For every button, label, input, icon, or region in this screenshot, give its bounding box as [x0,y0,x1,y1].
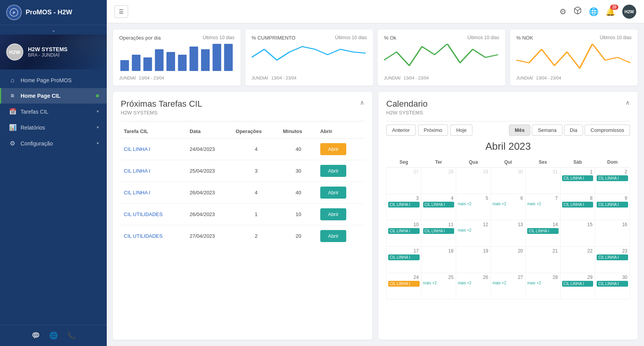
sidebar-item-home-cil[interactable]: ≡ Home Page CIL [0,88,107,104]
calendar-day[interactable]: 17CIL LINHA I [387,247,422,273]
hamburger-button[interactable]: ☰ [115,5,128,18]
cal-day-ter: Ter [421,157,456,168]
calendar-day[interactable]: 15 [560,220,595,247]
calendar-day[interactable]: 11CIL LINHA I [421,220,456,247]
calendar-day[interactable]: 28 [421,168,456,194]
calendar-day[interactable]: 8CIL LINHA I [560,194,595,220]
calendar-day[interactable]: 10CIL LINHA I [387,220,422,247]
more-events[interactable]: mais +2 [493,281,524,285]
cube-icon[interactable] [573,6,582,17]
day-number: 29 [458,169,489,175]
calendar-day[interactable]: 12mais +2 [456,220,491,247]
calendar-event[interactable]: CIL LINHA I [562,281,594,287]
more-events[interactable]: mais +2 [493,202,524,206]
calendar-day[interactable]: 18 [421,247,456,273]
more-events[interactable]: mais +2 [458,281,489,285]
sidebar-chevron[interactable]: ⌄ [0,25,107,35]
calendar-day[interactable]: 16 [595,220,630,247]
calendar-day[interactable]: 14CIL LINHA I [526,220,561,247]
calendar-day[interactable]: 20 [491,247,526,273]
calendar-event[interactable]: CIL LINHA I [597,281,628,287]
day-number: 3 [388,195,420,201]
day-number: 20 [493,248,524,254]
btn-dia[interactable]: Dia [564,125,583,136]
task-name-cell: CIL LINHA I [121,182,187,204]
open-button[interactable]: Abrir [320,165,346,177]
btn-compromissos[interactable]: Compromissos [585,125,630,136]
calendar-day[interactable]: 29CIL LINHA I [560,273,595,299]
sidebar-item-tarefas-cil[interactable]: 📅 Tarefas CIL ▾ [0,104,107,119]
collapse-icon[interactable]: ∧ [625,99,630,106]
calendar-event[interactable]: CIL LINHA I [388,202,420,208]
open-button[interactable]: Abrir [320,187,346,199]
calendar-day[interactable]: 26mais +2 [456,273,491,299]
btn-mes[interactable]: Mês [509,125,530,136]
calendar-event[interactable]: CIL LINHA I [597,202,628,208]
calendar-day[interactable]: 27 [387,168,422,194]
cal-day-dom: Dom [595,157,630,168]
calendar-week-row: 10CIL LINHA I11CIL LINHA I12mais +21314C… [387,220,630,247]
open-button[interactable]: Abrir [320,143,346,155]
calendar-day[interactable]: 30CIL LINHA I [595,273,630,299]
settings-icon[interactable]: ⚙ [559,7,566,16]
calendar-day[interactable]: 25mais +2 [421,273,456,299]
more-events[interactable]: mais +2 [458,228,489,232]
sidebar-item-relatorios[interactable]: 📊 Relatórios ▾ [0,119,107,135]
calendar-day[interactable]: 29 [456,168,491,194]
open-button[interactable]: Abrir [320,208,346,220]
more-events[interactable]: mais +2 [527,281,559,285]
calendar-day[interactable]: 6mais +2 [491,194,526,220]
sidebar-item-configuracao[interactable]: ⚙ Configuração ▾ [0,135,107,151]
calendar-event[interactable]: CIL LINHA I [527,228,559,234]
more-events[interactable]: mais +2 [458,202,489,206]
calendar-event[interactable]: CIL LINHA I [423,202,455,208]
calendar-event[interactable]: CIL LINHA I [423,228,455,234]
calendar-day[interactable]: 27mais +2 [491,273,526,299]
user-avatar-top[interactable]: H2W [622,5,636,19]
more-events[interactable]: mais +2 [527,202,559,206]
tasks-table: Tarefa CIL Data Operações Minutos Abrir … [121,125,365,247]
open-button[interactable]: Abrir [320,230,346,242]
calendar-day[interactable]: 19 [456,247,491,273]
more-events[interactable]: mais +2 [423,281,455,285]
notifications[interactable]: 🔔 20 [606,7,615,16]
calendar-event[interactable]: CIL LINHA I [597,175,628,181]
chat-icon[interactable]: 💬 [31,331,40,340]
day-number: 1 [562,169,594,175]
calendar-day[interactable]: 7mais +2 [526,194,561,220]
task-ops-cell: 3 [233,160,280,182]
calendar-event[interactable]: CIL LINHA I [597,254,628,260]
calendar-day[interactable]: 23CIL LINHA I [595,247,630,273]
metric-card-cumprimento: % CUMPRIMENTO Últimos 10 dias JUNDIAÍ 13… [245,29,373,86]
calendar-day[interactable]: 21 [526,247,561,273]
btn-proximo[interactable]: Próximo [418,125,448,136]
calendar-day[interactable]: 9CIL LINHA I [595,194,630,220]
collapse-icon[interactable]: ∧ [360,99,365,106]
phone-icon[interactable]: 📞 [67,331,76,340]
calendar-event[interactable]: CIL LINHA I [388,228,420,234]
sidebar-item-home-promos[interactable]: ⌂ Home Page ProMOS [0,73,107,88]
calendar-event[interactable]: CIL LINHA I [388,254,420,260]
globe-icon[interactable]: 🌐 [589,7,599,16]
calendar-day[interactable]: 3CIL LINHA I [387,194,422,220]
calendar-day[interactable]: 24CIL LINHA I [387,273,422,299]
col-tarefa: Tarefa CIL [121,125,187,138]
btn-anterior[interactable]: Anterior [386,125,416,136]
btn-semana[interactable]: Semana [532,125,562,136]
calendar-day[interactable]: 30 [491,168,526,194]
calendar-day[interactable]: 5mais +2 [456,194,491,220]
calendar-day[interactable]: 31 [526,168,561,194]
calendar-day[interactable]: 13 [491,220,526,247]
calendar-day[interactable]: 22 [560,247,595,273]
calendar-event[interactable]: CIL LINHA I [562,175,594,181]
calendar-event[interactable]: CIL LINHA I [562,202,594,208]
btn-hoje[interactable]: Hoje [450,125,472,136]
globe-icon[interactable]: 🌐 [49,331,58,340]
chevron-down-icon: ▾ [97,141,99,146]
calendar-day[interactable]: 4CIL LINHA I [421,194,456,220]
calendar-day[interactable]: 28mais +2 [526,273,561,299]
calendar-day[interactable]: 1CIL LINHA I [560,168,595,194]
calendar-event[interactable]: CIL LINHA I [388,281,420,287]
tasks-panel-subtitle: H2W SYSTEMS [121,110,202,116]
calendar-day[interactable]: 2CIL LINHA I [595,168,630,194]
